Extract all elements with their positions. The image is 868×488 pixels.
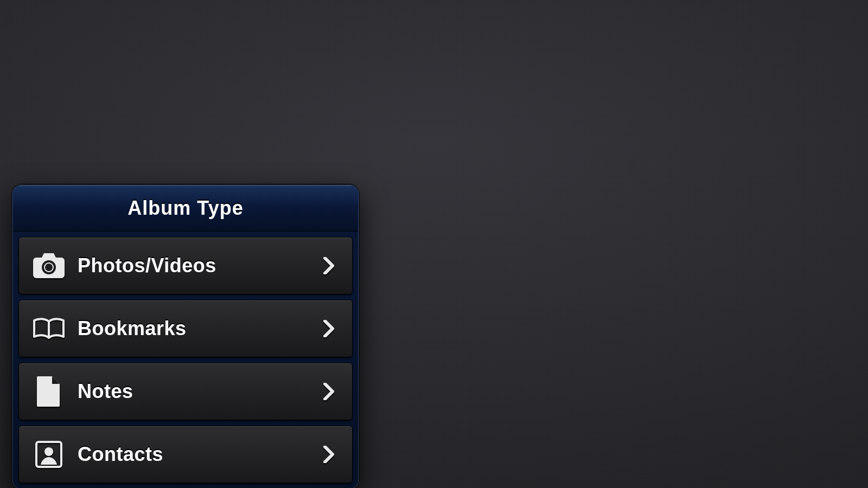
list-item-label: Notes <box>78 380 321 403</box>
list-item-label: Photos/Videos <box>78 254 321 277</box>
chevron-right-icon <box>321 446 337 463</box>
chevron-right-icon <box>321 383 337 400</box>
list-item-photos-videos[interactable]: Photos/Videos <box>18 237 353 294</box>
contact-icon <box>30 435 68 473</box>
list-item-label: Contacts <box>78 443 321 466</box>
chevron-right-icon <box>321 257 337 274</box>
book-icon <box>30 310 68 348</box>
document-icon <box>30 373 68 410</box>
svg-point-2 <box>45 264 53 271</box>
list-item-contacts[interactable]: Contacts <box>18 426 353 483</box>
camera-icon <box>30 247 68 285</box>
list-item-notes[interactable]: Notes <box>18 363 353 420</box>
svg-point-5 <box>44 447 53 456</box>
popover-title: Album Type <box>127 197 243 220</box>
album-type-popover: Album Type Photos/Videos <box>12 184 359 488</box>
list-item-label: Bookmarks <box>78 317 321 340</box>
list-item-bookmarks[interactable]: Bookmarks <box>18 300 353 357</box>
chevron-right-icon <box>321 320 337 337</box>
popover-header: Album Type <box>13 185 358 232</box>
popover-body: Photos/Videos Bookmarks <box>13 232 358 488</box>
